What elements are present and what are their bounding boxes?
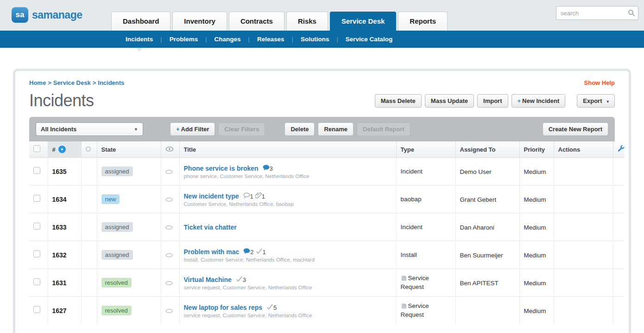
show-help-link[interactable]: Show Help (584, 79, 615, 86)
row-checkbox[interactable] (33, 223, 40, 230)
priority-dot-cell (81, 269, 97, 297)
row-checkbox[interactable] (33, 167, 40, 174)
actions-cell (554, 158, 613, 186)
tab-reports[interactable]: Reports (398, 12, 448, 31)
row-checkbox[interactable] (33, 306, 40, 313)
filter-toolbar: All Incidents ▼ +Add Filter Clear Filter… (29, 117, 615, 141)
clear-filters-button: Clear Filters (218, 122, 265, 136)
breadcrumb-incidents[interactable]: Incidents (98, 79, 124, 86)
incidents-panel: Home>Service Desk>Incidents Show Help In… (13, 69, 631, 333)
tab-dashboard[interactable]: Dashboard (111, 12, 170, 31)
column-actions: Actions (554, 141, 613, 158)
mass-update-button[interactable]: Mass Update (425, 94, 474, 108)
priority-dot-icon (86, 147, 91, 152)
column-title[interactable]: Title (179, 141, 396, 158)
column-state[interactable]: State (97, 141, 161, 158)
rename-report-button[interactable]: Rename (318, 122, 354, 136)
incident-title-link[interactable]: Phone service is broken (184, 165, 259, 172)
assigned-to: Ben APITEST (460, 280, 499, 287)
watch-toggle-icon[interactable] (165, 225, 173, 230)
sort-desc-icon[interactable]: ▼ (58, 146, 66, 153)
state-badge: new (101, 194, 120, 204)
tab-risks[interactable]: Risks (286, 12, 328, 31)
comment-filled-icon (243, 248, 250, 254)
priority-value: Medium (524, 307, 546, 314)
search-input[interactable] (556, 6, 638, 20)
incident-tags: Customer Service, Netherlands Office, ba… (184, 201, 392, 207)
export-button[interactable]: Export▾ (577, 94, 615, 108)
priority-dot-cell (81, 213, 97, 241)
subnav-incidents[interactable]: Incidents (118, 31, 160, 48)
table-row: 1634 new New incident type 11 Customer S… (29, 186, 624, 213)
incident-title-link[interactable]: Problem with mac (184, 248, 240, 256)
state-badge: resolved (101, 278, 132, 288)
actions-cell (554, 241, 613, 269)
breadcrumb-service-desk[interactable]: Service Desk (53, 79, 91, 86)
samanage-logo-icon: sa (12, 7, 28, 23)
delete-report-button[interactable]: Delete (284, 122, 315, 136)
add-filter-button[interactable]: +Add Filter (170, 122, 215, 136)
watch-toggle-icon[interactable] (165, 309, 173, 313)
wrench-icon[interactable] (618, 147, 625, 154)
incident-title-link[interactable]: Virtual Machine (184, 276, 232, 283)
assigned-to: Demo User (460, 168, 492, 175)
incident-title-link[interactable]: Ticket via chatter (184, 224, 237, 231)
tab-service-desk[interactable]: Service Desk (330, 12, 396, 31)
icon-count: 1 (262, 193, 265, 200)
plus-icon: + (176, 126, 180, 133)
plus-icon: + (518, 97, 521, 104)
select-all-checkbox[interactable] (33, 145, 40, 152)
column-type[interactable]: Type (396, 141, 455, 158)
column-priority[interactable]: Priority (519, 141, 554, 158)
incident-title-link[interactable]: New incident type (184, 192, 239, 200)
priority-value: Medium (524, 196, 546, 203)
incident-number: 1633 (52, 224, 67, 231)
title-icons: 21 (241, 248, 265, 256)
service-request-icon (401, 303, 407, 311)
state-badge: resolved (101, 306, 132, 315)
row-checkbox[interactable] (33, 278, 40, 285)
wrench-cell (613, 186, 624, 213)
search-icon[interactable] (628, 9, 635, 19)
title-icons: 3 (261, 164, 273, 173)
brand-logo[interactable]: sa samanage (12, 7, 82, 23)
row-checkbox[interactable] (33, 250, 40, 257)
breadcrumb-separator: > (46, 79, 53, 86)
import-button[interactable]: Import (477, 94, 508, 108)
tab-contracts[interactable]: Contracts (229, 12, 284, 31)
create-new-report-button[interactable]: Create New Report (543, 122, 608, 136)
mass-delete-button[interactable]: Mass Delete (375, 94, 422, 108)
icon-count: 5 (273, 304, 277, 311)
actions-cell (554, 186, 613, 213)
watch-toggle-icon[interactable] (165, 281, 173, 285)
table-row: 1633 assigned Ticket via chatter Inciden… (29, 213, 624, 241)
new-incident-button[interactable]: +New Incident (511, 94, 566, 108)
subnav-releases[interactable]: Releases (250, 31, 292, 48)
row-checkbox[interactable] (33, 195, 40, 202)
subnav-service-catalog[interactable]: Service Catalog (338, 31, 400, 48)
watch-toggle-icon[interactable] (165, 170, 173, 174)
watch-toggle-icon[interactable] (165, 198, 173, 202)
title-icons: 5 (265, 303, 277, 312)
icon-count: 1 (250, 193, 253, 200)
icon-count: 2 (250, 249, 253, 256)
watch-toggle-icon[interactable] (165, 253, 173, 257)
check-icon (256, 248, 263, 254)
main-tabs: Dashboard Inventory Contracts Risks Serv… (111, 12, 449, 31)
table-row: 1635 assigned Phone service is broken 3 … (29, 158, 624, 186)
subnav-changes[interactable]: Changes (207, 31, 248, 48)
comment-filled-icon (263, 165, 270, 171)
incident-title-link[interactable]: New laptop for sales reps (184, 304, 263, 311)
filter-select[interactable]: All Incidents ▼ (36, 122, 143, 136)
subnav-problems[interactable]: Problems (162, 31, 206, 48)
state-badge: assigned (101, 166, 133, 176)
column-assigned-to[interactable]: Assigned To (455, 141, 519, 158)
breadcrumb-home[interactable]: Home (29, 79, 46, 86)
incidents-table: #▼ State Title Type Assigned To Priority… (29, 141, 624, 325)
incident-number: 1634 (52, 196, 67, 203)
subnav-solutions[interactable]: Solutions (293, 31, 337, 48)
caret-down-icon: ▼ (134, 127, 138, 132)
page-title: Incidents (29, 91, 94, 110)
paperclip-icon (255, 192, 262, 199)
tab-inventory[interactable]: Inventory (172, 12, 227, 31)
